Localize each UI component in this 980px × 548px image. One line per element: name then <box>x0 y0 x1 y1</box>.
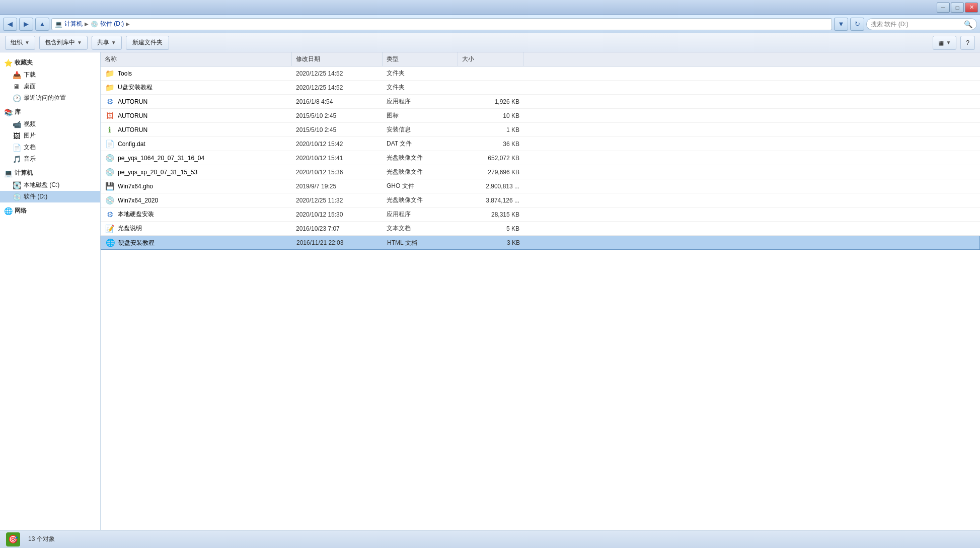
file-list-header: 名称 修改日期 类型 大小 <box>101 52 980 66</box>
view-button[interactable]: ▦ ▼ <box>933 36 956 50</box>
sidebar-item-video[interactable]: 📹 视频 <box>0 118 100 130</box>
file-name-cell: ⚙ AUTORUN <box>101 95 292 108</box>
back-button[interactable]: ◀ <box>3 18 17 31</box>
header-name-label: 名称 <box>105 55 117 63</box>
file-date-cell: 2020/12/25 14:52 <box>292 81 383 94</box>
address-dropdown-button[interactable]: ▼ <box>834 18 848 31</box>
table-row[interactable]: 📁 U盘安装教程 2020/12/25 14:52 文件夹 <box>101 81 980 95</box>
header-type[interactable]: 类型 <box>383 52 458 66</box>
download-icon: 📥 <box>12 71 21 79</box>
file-name-cell: 💿 Win7x64_2020 <box>101 193 292 207</box>
file-list: 📁 Tools 2020/12/25 14:52 文件夹 📁 U盘安装教程 20… <box>101 66 980 530</box>
sidebar-item-desktop[interactable]: 🖥 桌面 <box>0 81 100 92</box>
file-icon: 🖼 <box>105 111 115 121</box>
drive-c-label: 本地磁盘 (C:) <box>24 181 59 189</box>
breadcrumb-computer[interactable]: 💻 计算机 <box>55 20 83 28</box>
sidebar-item-recent[interactable]: 🕐 最近访问的位置 <box>0 92 100 104</box>
sidebar-item-drive-d[interactable]: 💿 软件 (D:) <box>0 191 100 202</box>
file-name-cell: 💾 Win7x64.gho <box>101 179 292 193</box>
breadcrumb-drive-label: 软件 (D:) <box>100 20 124 28</box>
music-icon: 🎵 <box>12 155 21 163</box>
file-name-cell: 💿 pe_yqs_1064_20_07_31_16_04 <box>101 151 292 165</box>
table-row[interactable]: 📄 Config.dat 2020/10/12 15:42 DAT 文件 36 … <box>101 137 980 151</box>
table-row[interactable]: 📁 Tools 2020/12/25 14:52 文件夹 <box>101 66 980 81</box>
maximize-button[interactable]: □ <box>951 3 964 13</box>
up-button[interactable]: ▲ <box>35 18 49 31</box>
breadcrumb-bar[interactable]: 💻 计算机 ▶ 💿 软件 (D:) ▶ <box>51 18 832 30</box>
breadcrumb-computer-label: 计算机 <box>64 20 83 28</box>
search-input[interactable] <box>871 21 962 28</box>
table-row[interactable]: 🌐 硬盘安装教程 2016/11/21 22:03 HTML 文档 3 KB <box>101 236 980 250</box>
file-size-cell: 1,926 KB <box>458 95 523 108</box>
share-button[interactable]: 共享 ▼ <box>92 36 122 50</box>
drive-d-icon: 💿 <box>12 193 21 201</box>
header-type-label: 类型 <box>387 55 399 63</box>
file-icon: 📁 <box>105 68 115 79</box>
drive-icon: 💿 <box>91 21 98 28</box>
file-type-cell: 文件夹 <box>383 66 458 80</box>
header-date-label: 修改日期 <box>296 55 320 63</box>
file-icon: 💿 <box>105 167 115 177</box>
file-icon: 💿 <box>105 195 115 206</box>
library-section: 📚 库 📹 视频 🖼 图片 📄 文档 🎵 音乐 <box>0 106 100 165</box>
file-size-cell: 279,696 KB <box>458 165 523 179</box>
forward-button[interactable]: ▶ <box>19 18 33 31</box>
favorites-header[interactable]: ⭐ 收藏夹 <box>0 56 100 69</box>
pictures-icon: 🖼 <box>12 132 21 140</box>
table-row[interactable]: 💿 pe_yqs_xp_20_07_31_15_53 2020/10/12 15… <box>101 165 980 179</box>
status-bar: 🎯 13 个对象 <box>0 530 980 548</box>
library-header[interactable]: 📚 库 <box>0 106 100 118</box>
help-button[interactable]: ? <box>960 36 975 50</box>
table-row[interactable]: ⚙ 本地硬盘安装 2020/10/12 15:30 应用程序 28,315 KB <box>101 208 980 222</box>
file-size-cell: 2,900,813 ... <box>458 179 523 193</box>
table-row[interactable]: 🖼 AUTORUN 2015/5/10 2:45 图标 10 KB <box>101 109 980 123</box>
minimize-button[interactable]: ─ <box>937 3 950 13</box>
include-library-button[interactable]: 包含到库中 ▼ <box>39 36 88 50</box>
header-name[interactable]: 名称 <box>101 52 292 66</box>
video-label: 视频 <box>24 120 36 128</box>
table-row[interactable]: 📝 光盘说明 2016/10/23 7:07 文本文档 5 KB <box>101 222 980 236</box>
header-size[interactable]: 大小 <box>458 52 523 66</box>
search-icon[interactable]: 🔍 <box>964 20 972 28</box>
file-icon: 📝 <box>105 224 115 234</box>
drive-d-label: 软件 (D:) <box>24 192 47 201</box>
file-size-cell <box>458 66 523 80</box>
documents-label: 文档 <box>24 143 36 152</box>
file-date-cell: 2020/12/25 11:32 <box>292 193 383 207</box>
file-type-cell: 光盘映像文件 <box>383 151 458 165</box>
close-button[interactable]: ✕ <box>965 3 978 13</box>
file-date-cell: 2016/10/23 7:07 <box>292 222 383 235</box>
computer-header[interactable]: 💻 计算机 <box>0 167 100 179</box>
table-row[interactable]: 💿 pe_yqs_1064_20_07_31_16_04 2020/10/12 … <box>101 151 980 165</box>
search-box[interactable]: 🔍 <box>866 18 977 30</box>
table-row[interactable]: 💿 Win7x64_2020 2020/12/25 11:32 光盘映像文件 3… <box>101 193 980 208</box>
breadcrumb-drive[interactable]: 💿 软件 (D:) <box>91 20 124 28</box>
new-folder-button[interactable]: 新建文件夹 <box>126 36 169 50</box>
file-type-cell: 应用程序 <box>383 95 458 108</box>
sidebar-item-documents[interactable]: 📄 文档 <box>0 142 100 153</box>
sidebar-item-pictures[interactable]: 🖼 图片 <box>0 130 100 142</box>
sidebar-item-download[interactable]: 📥 下载 <box>0 69 100 81</box>
refresh-button[interactable]: ↻ <box>850 18 864 31</box>
download-label: 下载 <box>24 71 36 79</box>
toolbar: 组织 ▼ 包含到库中 ▼ 共享 ▼ 新建文件夹 ▦ ▼ ? <box>0 33 980 52</box>
file-type-cell: GHO 文件 <box>383 179 458 193</box>
breadcrumb-separator-1: ▶ <box>85 21 89 27</box>
header-date[interactable]: 修改日期 <box>292 52 383 66</box>
network-header[interactable]: 🌐 网络 <box>0 204 100 217</box>
organize-button[interactable]: 组织 ▼ <box>5 36 35 50</box>
file-name-cell: 💿 pe_yqs_xp_20_07_31_15_53 <box>101 165 292 179</box>
sidebar-item-drive-c[interactable]: 💽 本地磁盘 (C:) <box>0 179 100 191</box>
table-row[interactable]: ⚙ AUTORUN 2016/1/8 4:54 应用程序 1,926 KB <box>101 95 980 109</box>
file-name-label: Win7x64_2020 <box>118 197 158 204</box>
file-name-cell: 📁 U盘安装教程 <box>101 81 292 94</box>
table-row[interactable]: 💾 Win7x64.gho 2019/9/7 19:25 GHO 文件 2,90… <box>101 179 980 193</box>
file-date-cell: 2020/10/12 15:41 <box>292 151 383 165</box>
network-icon: 🌐 <box>4 207 13 215</box>
file-type-cell: 安装信息 <box>383 123 458 136</box>
file-type-cell: 光盘映像文件 <box>383 165 458 179</box>
table-row[interactable]: ℹ AUTORUN 2015/5/10 2:45 安装信息 1 KB <box>101 123 980 137</box>
desktop-label: 桌面 <box>24 82 36 91</box>
sidebar-item-music[interactable]: 🎵 音乐 <box>0 153 100 165</box>
file-name-label: AUTORUN <box>118 98 147 105</box>
